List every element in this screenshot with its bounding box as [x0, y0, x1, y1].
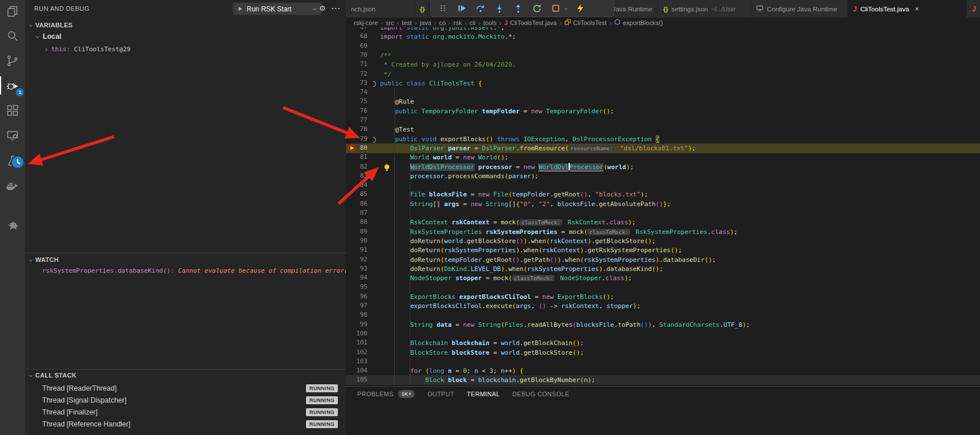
panel-tab-debug-console[interactable]: DEBUG CONSOLE: [512, 391, 569, 397]
breadcrumb-label: tools: [483, 19, 496, 26]
code-line-95[interactable]: 95: [346, 282, 980, 292]
editor-tab-Configure Java Runtime[interactable]: Configure Java Runtime: [751, 0, 848, 18]
line-number: 69: [350, 42, 368, 50]
code-line-74[interactable]: 74: [346, 88, 980, 97]
stop-dropdown-chevron-icon[interactable]: [564, 3, 569, 14]
watch-section-header[interactable]: WATCH: [25, 255, 346, 265]
activity-bar-item-docker-icon[interactable]: [0, 174, 25, 197]
code-line-83[interactable]: 83processor.processCommands(parser);: [346, 171, 980, 181]
line-number: 74: [350, 88, 368, 96]
code-line-100[interactable]: 100: [346, 329, 980, 339]
variable-this-row[interactable]: this: CliToolsTest@29: [51, 46, 130, 53]
panel-tab-label: PROBLEMS: [357, 391, 394, 397]
breadcrumb-item[interactable]: JCliToolsTest.java: [504, 19, 557, 26]
code-line-82[interactable]: 82WorldDslProcessor processor = new Worl…: [346, 162, 980, 172]
code-line-91[interactable]: 91doReturn(rskSystemProperties).when(rsk…: [346, 245, 980, 255]
code-line-84[interactable]: 84: [346, 180, 980, 190]
code-line-92[interactable]: 92doReturn(tempFolder.getRoot().getPath(…: [346, 255, 980, 265]
activity-bar-item-source-control-icon[interactable]: [0, 50, 25, 72]
code-line-96[interactable]: 96ExportBlocks exportBlocksCliTool = new…: [346, 292, 980, 302]
code-text: [380, 310, 410, 320]
breadcrumb-item[interactable]: src: [386, 19, 394, 26]
code-line-68[interactable]: 68import static org.mockito.Mockito.*;: [346, 32, 980, 42]
continue-button[interactable]: [454, 2, 469, 15]
hot-code-replace-button[interactable]: [573, 2, 587, 15]
step-into-button[interactable]: [492, 2, 507, 15]
code-line-79[interactable]: 79public void exportBlocks() throws IOEx…: [346, 134, 980, 144]
code-text: public TemporaryFolder tempFolder = new …: [380, 106, 614, 116]
code-line-90[interactable]: 90doReturn(world.getBlockStore()).when(r…: [346, 236, 980, 246]
activity-bar-item-gradle-icon[interactable]: [0, 214, 25, 237]
code-line-77[interactable]: 77: [346, 116, 980, 125]
variables-scope-local[interactable]: Local: [43, 32, 62, 40]
code-line-71[interactable]: 71 * Created by ajlopez on 26/04/2020.: [346, 60, 980, 69]
activity-bar-item-explorer-icon[interactable]: [0, 0, 25, 23]
step-out-button[interactable]: [511, 2, 525, 15]
breadcrumb-item[interactable]: test: [402, 19, 412, 26]
watch-expression-row[interactable]: rskSystemProperties.databaseKind(): Cann…: [42, 267, 366, 274]
code-line-87[interactable]: 87: [346, 208, 980, 218]
code-line-89[interactable]: 89RskSystemProperties rskSystemPropertie…: [346, 227, 980, 237]
line-number: 95: [350, 283, 368, 290]
code-line-104[interactable]: 104for (long n = 0; n < 3; n++) {: [346, 366, 980, 376]
code-line-97[interactable]: 97exportBlocksCliTool.execute(args, () -…: [346, 301, 980, 311]
code-line-98[interactable]: 98: [346, 310, 980, 320]
call-stack-thread-row[interactable]: Thread [Signal Dispatcher]RUNNING: [25, 395, 346, 406]
code-line-85[interactable]: 85File blocksFile = new File(tempFolder.…: [346, 190, 980, 199]
breadcrumb-item[interactable]: CliToolsTest: [565, 19, 607, 26]
code-line-88[interactable]: 88RskContext rskContext = mock(classToMo…: [346, 217, 980, 227]
restart-button[interactable]: [529, 2, 544, 15]
editor-tab-CliToolsTest.java[interactable]: JCliToolsTest.java×: [848, 0, 967, 18]
code-line-93[interactable]: 93doReturn(DbKind.LEVEL_DB).when(rskSyst…: [346, 264, 980, 274]
breadcrumb-item[interactable]: co: [439, 19, 446, 26]
code-line-72[interactable]: 72 */: [346, 69, 980, 79]
code-line-75[interactable]: 75@Rule: [346, 97, 980, 106]
variables-section-header[interactable]: VARIABLES: [25, 20, 346, 30]
breadcrumb-item[interactable]: exportBlocks(): [614, 19, 663, 26]
call-stack-thread-row[interactable]: Thread [ReaderThread]RUNNING: [25, 383, 346, 394]
breadcrumb-item[interactable]: java: [420, 19, 431, 26]
close-icon[interactable]: ×: [915, 5, 920, 13]
code-line-76[interactable]: 76public TemporaryFolder tempFolder = ne…: [346, 106, 980, 116]
section-divider: [25, 369, 346, 370]
activity-bar-item-testing-icon[interactable]: [0, 150, 25, 173]
activity-bar-item-extensions-icon[interactable]: [0, 99, 25, 122]
gear-icon[interactable]: ⚙: [319, 4, 326, 13]
launch-config-dropdown[interactable]: Run RSK Start: [232, 2, 322, 15]
editor-tab-nch.json[interactable]: nch.json: [346, 0, 415, 18]
panel-tab-problems[interactable]: PROBLEMS1K+: [357, 390, 415, 398]
editor-tab-settings.json[interactable]: {}settings.json~/.../User: [658, 0, 751, 18]
activity-bar-item-run-and-debug-icon[interactable]: 1: [0, 74, 25, 97]
code-line-86[interactable]: 86String[] args = new String[]{"0", "2",…: [346, 199, 980, 209]
more-actions-icon[interactable]: ···: [332, 4, 341, 13]
call-stack-thread-row[interactable]: Thread [Finalizer]RUNNING: [25, 407, 346, 418]
code-line-80[interactable]: 80DslParser parser = DslParser.fromResou…: [346, 143, 980, 153]
code-line-99[interactable]: 99String data = new String(Files.readAll…: [346, 320, 980, 330]
step-over-button[interactable]: [473, 2, 488, 15]
code-line-81[interactable]: 81World world = new World();: [346, 153, 980, 162]
stop-button[interactable]: [548, 2, 563, 15]
code-line-78[interactable]: 78@Test: [346, 125, 980, 134]
breadcrumb-item[interactable]: rsk: [454, 19, 462, 26]
activity-bar-item-search-icon[interactable]: [0, 24, 25, 47]
breadcrumb-item[interactable]: rskj-core: [354, 19, 378, 26]
call-stack-section-header[interactable]: CALL STACK: [25, 371, 346, 380]
call-stack-thread-row[interactable]: Thread [Reference Handler]RUNNING: [25, 418, 346, 430]
code-line-73[interactable]: 73public class CliToolsTest {: [346, 79, 980, 88]
breadcrumb-item[interactable]: cli: [469, 19, 475, 26]
activity-bar-item-remote-explorer-icon[interactable]: [0, 124, 25, 147]
code-line-69[interactable]: 69: [346, 42, 980, 51]
panel-tab-output[interactable]: OUTPUT: [427, 391, 454, 397]
code-line-101[interactable]: 101Blockchain blockchain = world.getBloc…: [346, 338, 980, 348]
line-number: 100: [350, 330, 368, 337]
panel-tab-terminal[interactable]: TERMINAL: [467, 391, 500, 397]
code-line-102[interactable]: 102BlockStore blockStore = world.getBloc…: [346, 348, 980, 358]
code-line-94[interactable]: 94NodeStopper stopper = mock(classToMock…: [346, 273, 980, 283]
editor-tab-clipped[interactable]: J: [967, 0, 980, 18]
code-editor[interactable]: 67import static org.junit.Assert.*;68imp…: [346, 27, 980, 386]
code-line-103[interactable]: 103: [346, 357, 980, 367]
code-line-70[interactable]: 70/**: [346, 51, 980, 60]
breadcrumb-item[interactable]: tools: [483, 19, 496, 26]
code-line-105[interactable]: 105Block block = blockchain.getBlockByNu…: [346, 375, 980, 385]
fold-column: [369, 330, 377, 338]
